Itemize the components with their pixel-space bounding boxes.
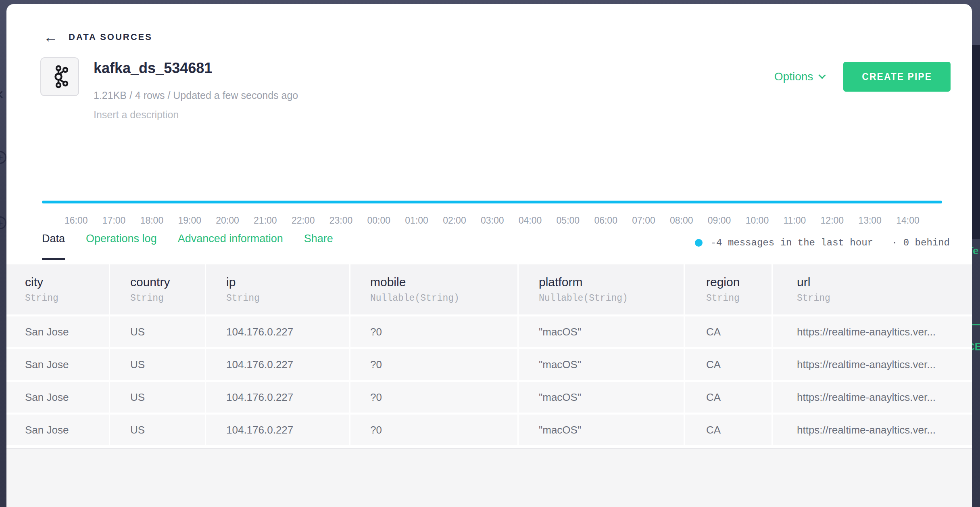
tab-operations-log[interactable]: Operations log <box>86 233 157 260</box>
column-header-url: url String <box>773 264 972 314</box>
behind-status: · 0 behind <box>892 237 950 248</box>
axis-tick: 22:00 <box>292 215 315 226</box>
axis-tick: 21:00 <box>254 215 277 226</box>
column-header-country: country String <box>110 264 206 314</box>
cell-country: US <box>110 316 206 347</box>
tab-data[interactable]: Data <box>42 233 65 260</box>
axis-tick: 00:00 <box>367 215 391 226</box>
cell-ip: 104.176.0.227 <box>206 415 350 445</box>
cell-url: https://realtime-anayltics.ver... <box>773 316 972 347</box>
stream-status: -4 messages in the last hour · 0 behind <box>695 237 950 248</box>
cell-country: US <box>110 415 206 445</box>
description-placeholder[interactable]: Insert a description <box>94 109 179 121</box>
cell-platform: "macOS" <box>519 349 685 380</box>
axis-tick: 10:00 <box>746 215 769 226</box>
tab-bar: Data Operations log Advanced information… <box>42 233 333 260</box>
cell-mobile: ?0 <box>350 349 519 380</box>
axis-tick: 12:00 <box>821 215 844 226</box>
table-row: San Jose US 104.176.0.227 ?0 "macOS" CA … <box>6 349 972 380</box>
axis-tick: 08:00 <box>670 215 693 226</box>
cell-city: San Jose <box>6 349 110 380</box>
datasource-panel: ← DATA SOURCES kafka_ds_534681 1.21KB / … <box>6 4 972 507</box>
axis-tick: 09:00 <box>708 215 731 226</box>
column-header-mobile: mobile Nullable(String) <box>350 264 519 314</box>
cell-city: San Jose <box>6 415 110 445</box>
cyan-dot-icon <box>695 239 703 247</box>
table-header-row: city String country String ip String mob… <box>6 264 972 314</box>
table-row: San Jose US 104.176.0.227 ?0 "macOS" CA … <box>6 382 972 413</box>
options-dropdown[interactable]: Options <box>774 70 825 83</box>
axis-tick: 02:00 <box>443 215 466 226</box>
cell-city: San Jose <box>6 382 110 413</box>
cell-country: US <box>110 349 206 380</box>
breadcrumb-label: DATA SOURCES <box>69 32 152 42</box>
axis-tick: 17:00 <box>102 215 126 226</box>
cell-platform: "macOS" <box>519 415 685 445</box>
cell-url: https://realtime-anayltics.ver... <box>773 349 972 380</box>
create-pipe-button[interactable]: CREATE PIPE <box>843 62 951 92</box>
ingestion-chart: 16:00 17:00 18:00 19:00 20:00 21:00 22:0… <box>42 125 942 226</box>
cell-ip: 104.176.0.227 <box>206 349 350 380</box>
messages-status: -4 messages in the last hour <box>711 237 873 248</box>
page-title: kafka_ds_534681 <box>94 60 212 77</box>
cell-platform: "macOS" <box>519 316 685 347</box>
cell-ip: 104.176.0.227 <box>206 382 350 413</box>
column-header-city: city String <box>6 264 110 314</box>
tab-share[interactable]: Share <box>304 233 333 260</box>
axis-tick: 11:00 <box>783 215 806 226</box>
column-header-region: region String <box>685 264 773 314</box>
axis-tick: 18:00 <box>140 215 164 226</box>
cell-city: San Jose <box>6 316 110 347</box>
column-header-platform: platform Nullable(String) <box>519 264 685 314</box>
cell-mobile: ?0 <box>350 382 519 413</box>
background-divider <box>972 324 980 325</box>
options-label: Options <box>774 70 813 83</box>
column-header-ip: ip String <box>206 264 350 314</box>
table-row: San Jose US 104.176.0.227 ?0 "macOS" CA … <box>6 316 972 347</box>
cell-region: CA <box>685 382 773 413</box>
datasource-meta: 1.21KB / 4 rows / Updated a few seconds … <box>94 90 298 101</box>
datasource-icon-box <box>40 57 79 96</box>
cell-ip: 104.176.0.227 <box>206 316 350 347</box>
tab-advanced-information[interactable]: Advanced information <box>178 233 283 260</box>
cell-url: https://realtime-anayltics.ver... <box>773 415 972 445</box>
axis-tick: 01:00 <box>405 215 428 226</box>
cell-region: CA <box>685 415 773 445</box>
close-icon[interactable]: × <box>0 86 4 104</box>
background-sidebar: × + + <box>0 0 6 507</box>
cell-country: US <box>110 382 206 413</box>
cell-mobile: ?0 <box>350 316 519 347</box>
cell-platform: "macOS" <box>519 382 685 413</box>
chart-x-axis: 16:00 17:00 18:00 19:00 20:00 21:00 22:0… <box>42 215 942 226</box>
chart-flat-line <box>42 201 942 203</box>
back-arrow-icon[interactable]: ← <box>44 31 58 44</box>
kafka-icon <box>50 64 69 89</box>
breadcrumb[interactable]: ← DATA SOURCES <box>44 31 152 44</box>
axis-tick: 14:00 <box>896 215 920 226</box>
background-text-fragment: Te <box>972 245 980 258</box>
axis-tick: 06:00 <box>594 215 617 226</box>
data-table: city String country String ip String mob… <box>6 264 972 447</box>
cell-mobile: ?0 <box>350 415 519 445</box>
axis-tick: 07:00 <box>632 215 655 226</box>
axis-tick: 16:00 <box>65 215 88 226</box>
background-text-fragment: CE <box>972 341 980 354</box>
axis-tick: 05:00 <box>557 215 580 226</box>
cell-region: CA <box>685 349 773 380</box>
axis-tick: 20:00 <box>216 215 239 226</box>
axis-tick: 13:00 <box>858 215 882 226</box>
cell-region: CA <box>685 316 773 347</box>
background-right-panel <box>972 45 980 239</box>
axis-tick: 23:00 <box>329 215 353 226</box>
add-icon[interactable]: + <box>0 151 6 164</box>
cell-url: https://realtime-anayltics.ver... <box>773 382 972 413</box>
axis-tick: 19:00 <box>178 215 201 226</box>
table-row: San Jose US 104.176.0.227 ?0 "macOS" CA … <box>6 415 972 445</box>
chevron-down-icon <box>819 71 826 79</box>
axis-tick: 03:00 <box>481 215 504 226</box>
table-footer-space <box>6 448 972 507</box>
axis-tick: 04:00 <box>519 215 542 226</box>
add-icon[interactable]: + <box>0 216 6 229</box>
